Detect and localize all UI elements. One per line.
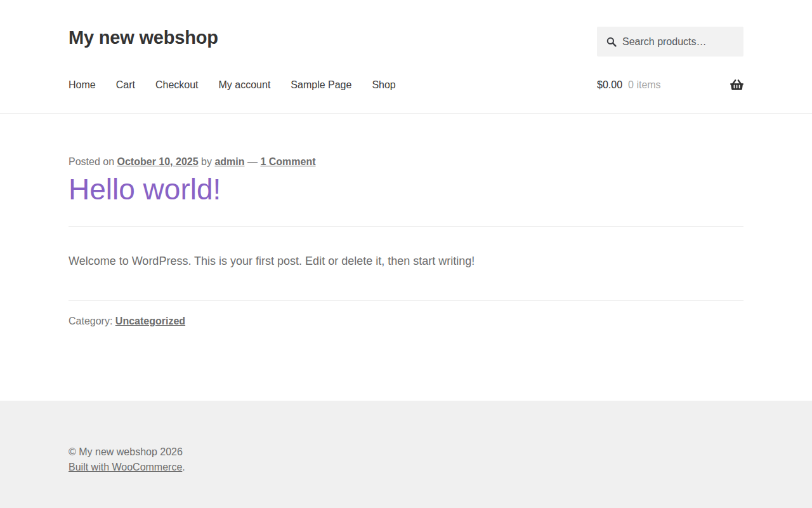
site-header: My new webshop Home Cart Checkout My acc… xyxy=(0,0,812,114)
nav-item-checkout[interactable]: Checkout xyxy=(155,79,199,91)
header-bottom: Home Cart Checkout My account Sample Pag… xyxy=(69,57,743,113)
by-label: by xyxy=(201,156,212,167)
main-content: Posted on October 10, 2025 by admin — 1 … xyxy=(69,114,743,401)
post-article: Posted on October 10, 2025 by admin — 1 … xyxy=(69,156,743,327)
entry-meta: Posted on October 10, 2025 by admin — 1 … xyxy=(69,156,743,168)
search-form xyxy=(597,27,743,57)
nav-item-sample-page[interactable]: Sample Page xyxy=(291,79,351,91)
search-input[interactable] xyxy=(597,27,743,57)
cart-total: $0.00 xyxy=(597,79,622,91)
nav-item-my-account[interactable]: My account xyxy=(219,79,271,91)
category-link[interactable]: Uncategorized xyxy=(115,316,185,326)
post-comments-link[interactable]: 1 Comment xyxy=(260,156,315,167)
nav-item-home[interactable]: Home xyxy=(69,79,96,91)
category-label: Category: xyxy=(69,316,112,326)
post-date-link[interactable]: October 10, 2025 xyxy=(117,156,199,167)
site-title[interactable]: My new webshop xyxy=(69,27,218,48)
post-title-link[interactable]: Hello world! xyxy=(69,173,221,206)
credit-suffix: . xyxy=(182,462,185,472)
footer-credit: Built with WooCommerce. xyxy=(69,460,743,475)
site-footer: © My new webshop 2026 Built with WooComm… xyxy=(0,401,812,508)
category-line: Category: Uncategorized xyxy=(69,301,743,327)
posted-on-label: Posted on xyxy=(69,156,114,167)
primary-nav: Home Cart Checkout My account Sample Pag… xyxy=(69,79,396,91)
cart-count: 0 items xyxy=(628,79,661,91)
cart-link[interactable]: $0.00 0 items xyxy=(597,79,743,91)
basket-icon xyxy=(730,79,743,91)
woocommerce-credit-link[interactable]: Built with WooCommerce xyxy=(69,462,182,472)
nav-item-cart[interactable]: Cart xyxy=(116,79,135,91)
header-top: My new webshop xyxy=(69,0,743,57)
post-content: Welcome to WordPress. This is your first… xyxy=(69,227,743,300)
nav-item-shop[interactable]: Shop xyxy=(372,79,395,91)
footer-copyright: © My new webshop 2026 xyxy=(69,444,743,460)
search-icon xyxy=(606,37,617,47)
post-title: Hello world! xyxy=(69,172,743,207)
meta-separator: — xyxy=(247,156,258,167)
post-author-link[interactable]: admin xyxy=(214,156,244,167)
